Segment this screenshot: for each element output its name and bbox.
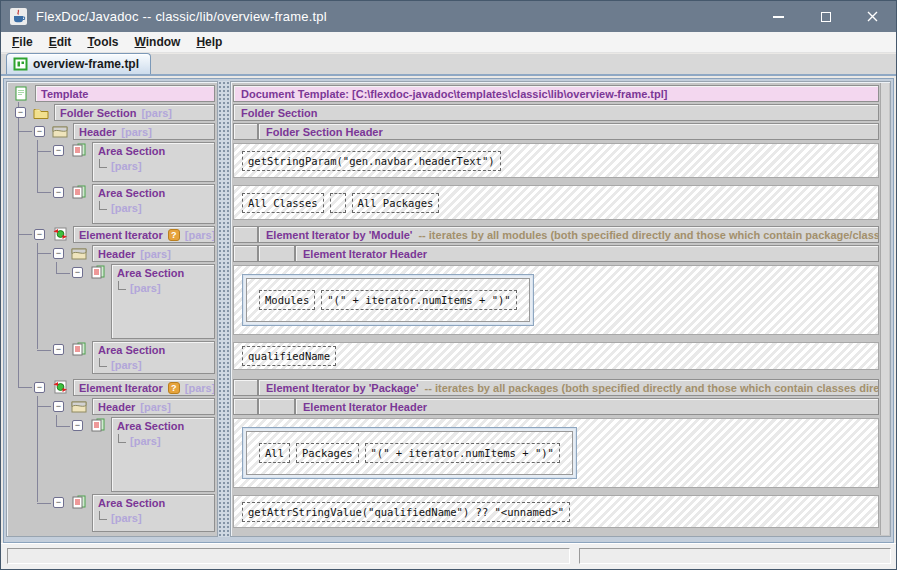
tree-node-folder-section[interactable]: − Folder Section[pars]	[9, 104, 215, 121]
area-section-icon	[71, 143, 87, 157]
template-icon	[15, 86, 28, 101]
content-area-packages[interactable]: All Packages "(" + iterator.numItems + "…	[233, 417, 879, 492]
split-divider[interactable]	[218, 81, 230, 537]
content-area-modules[interactable]: Modules "(" + iterator.numItems + ")"	[233, 264, 879, 339]
content-area-attr-value[interactable]: getAttrStringValue("qualifiedName") ?? "…	[233, 494, 879, 532]
tree-node-label: Area Section	[117, 267, 184, 279]
doc-template-header[interactable]: Document Template: [C:\flexdoc-javadoc\t…	[233, 85, 879, 102]
header-icon	[71, 400, 87, 413]
header-icon	[52, 125, 68, 138]
tab-overview-frame[interactable]: overview-frame.tpl	[6, 53, 151, 74]
expression-box[interactable]: getAttrStringValue("qualifiedName") ?? "…	[242, 502, 570, 522]
tree-node-element-iterator[interactable]: − Element Iterator?[pars]	[9, 226, 215, 243]
content-area-qualified-name[interactable]: qualifiedName	[233, 341, 879, 374]
title-bar[interactable]: FlexDoc/Javadoc -- classic/lib/overview-…	[1, 1, 896, 32]
tree-branch-icon	[118, 281, 126, 290]
menu-edit[interactable]: Edit	[41, 33, 80, 52]
expression-box[interactable]: Modules	[259, 290, 315, 310]
collapse-handle-icon[interactable]: −	[72, 420, 83, 431]
window-title: FlexDoc/Javadoc -- classic/lib/overview-…	[36, 9, 327, 24]
element-iterator-icon	[52, 227, 68, 241]
tree-node-label: Area Section	[98, 344, 165, 356]
inline-area-frame[interactable]: All Packages "(" + iterator.numItems + "…	[242, 427, 577, 479]
minimize-button[interactable]	[755, 1, 802, 32]
empty-expression-box[interactable]	[330, 193, 346, 213]
tab-label: overview-frame.tpl	[33, 57, 139, 71]
tree-node-pars: [pars]	[111, 512, 142, 524]
tree-node-header[interactable]: − Header[pars]	[9, 398, 215, 415]
content-area-nav-links[interactable]: All Classes All Packages	[233, 184, 879, 224]
menu-file[interactable]: File	[4, 33, 41, 52]
collapse-handle-icon[interactable]: −	[34, 126, 45, 137]
collapse-handle-icon[interactable]: −	[53, 344, 64, 355]
expression-box[interactable]: All Classes	[242, 193, 324, 213]
maximize-button[interactable]	[802, 1, 849, 32]
collapse-handle-icon[interactable]: −	[72, 267, 83, 278]
collapse-handle-icon[interactable]: −	[53, 497, 64, 508]
tree-branch-icon	[118, 434, 126, 443]
section-bar-element-iterator-header[interactable]: Element Iterator Header	[233, 398, 879, 415]
area-section-icon	[90, 265, 106, 279]
menu-tools[interactable]: Tools	[79, 33, 126, 52]
collapse-handle-icon[interactable]: −	[15, 107, 26, 118]
tree-node-label: Template	[41, 88, 88, 100]
section-bar-element-iterator-module[interactable]: Element Iterator by 'Module' -- iterates…	[233, 226, 879, 243]
tab-bar: overview-frame.tpl	[1, 54, 896, 76]
section-bar-element-iterator-header[interactable]: Element Iterator Header	[233, 245, 879, 262]
section-bar-element-iterator-package[interactable]: Element Iterator by 'Package' -- iterate…	[233, 379, 879, 396]
area-section-icon	[71, 342, 87, 356]
maximize-icon	[821, 12, 831, 22]
expression-box[interactable]: "(" + iterator.numItems + ")"	[365, 443, 560, 463]
tree-node-template[interactable]: Template	[9, 85, 215, 102]
tree-node-area-section[interactable]: − Area Section [pars]	[9, 494, 215, 532]
collapse-handle-icon[interactable]: −	[53, 248, 64, 259]
expression-box[interactable]: Packages	[296, 443, 359, 463]
expression-box[interactable]: All	[259, 443, 290, 463]
menu-help[interactable]: Help	[188, 33, 230, 52]
indent-cell	[233, 379, 258, 396]
tree-node-area-section[interactable]: − Area Section [pars]	[9, 142, 215, 182]
section-bar-folder-section[interactable]: Folder Section	[233, 104, 879, 121]
expression-box[interactable]: All Packages	[352, 193, 440, 213]
tree-node-element-iterator[interactable]: − Element Iterator?[pars]	[9, 379, 215, 396]
tree-node-pars: [pars]	[111, 359, 142, 371]
doc-template-header-text: Document Template: [C:\flexdoc-javadoc\t…	[241, 88, 667, 100]
indent-cell	[233, 245, 258, 262]
header-icon	[71, 247, 87, 260]
section-bar-comment: -- iterates by all modules (both specifi…	[418, 229, 879, 241]
expression-box[interactable]: getStringParam("gen.navbar.headerText")	[242, 151, 501, 171]
collapse-handle-icon[interactable]: −	[34, 229, 45, 240]
section-bar-label: Folder Section	[241, 107, 317, 119]
collapse-handle-icon[interactable]: −	[53, 145, 64, 156]
close-button[interactable]	[849, 1, 896, 32]
tree-node-area-section[interactable]: − Area Section [pars]	[9, 264, 215, 339]
content-area-header-text[interactable]: getStringParam("gen.navbar.headerText")	[233, 142, 879, 182]
status-field-left	[7, 548, 570, 564]
vertical-scrollbar[interactable]	[880, 83, 889, 535]
collapse-handle-icon[interactable]: −	[34, 382, 45, 393]
tree-node-label: Header	[98, 248, 135, 260]
tree-branch-icon	[99, 159, 107, 168]
indent-cell	[233, 398, 258, 415]
expression-box[interactable]: "(" + iterator.numItems + ")"	[321, 290, 516, 310]
tree-node-pars: [pars]	[111, 202, 142, 214]
tree-node-header[interactable]: − Header[pars]	[9, 245, 215, 262]
tree-node-header[interactable]: − Header[pars]	[9, 123, 215, 140]
collapse-handle-icon[interactable]: −	[53, 401, 64, 412]
question-badge-icon: ?	[168, 229, 180, 241]
section-bar-folder-section-header[interactable]: Folder Section Header	[233, 123, 879, 140]
area-section-icon	[90, 418, 106, 432]
tree-node-area-section[interactable]: − Area Section [pars]	[9, 184, 215, 224]
status-field-right	[579, 548, 891, 564]
template-file-icon	[13, 57, 28, 71]
menu-window[interactable]: Window	[127, 33, 189, 52]
expression-box[interactable]: qualifiedName	[242, 346, 336, 366]
status-bar	[1, 543, 896, 569]
tree-node-area-section[interactable]: − Area Section [pars]	[9, 417, 215, 492]
tree-branch-icon	[99, 358, 107, 367]
tree-node-area-section[interactable]: − Area Section [pars]	[9, 341, 215, 374]
collapse-handle-icon[interactable]: −	[53, 187, 64, 198]
tree-node-label: Area Section	[98, 145, 165, 157]
inline-area-frame[interactable]: Modules "(" + iterator.numItems + ")"	[242, 274, 534, 326]
tree-node-pars: [pars]	[130, 282, 161, 294]
